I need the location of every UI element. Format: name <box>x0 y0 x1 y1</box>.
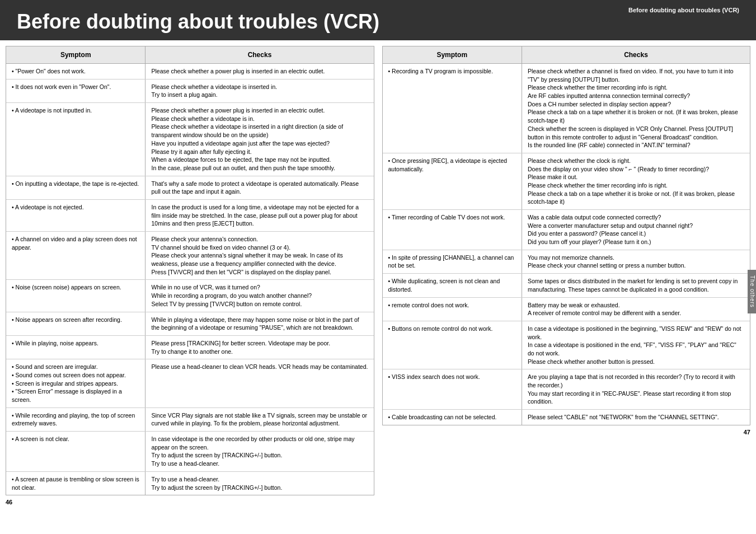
left-table-header: Symptom Checks <box>6 46 374 64</box>
right-checks-cell: In case a videotape is positioned in the… <box>522 321 750 369</box>
page-container: Before doubting about troubles (VCR) Bef… <box>0 0 756 514</box>
right-checks-cell: You may not memorize channels. Please ch… <box>522 250 750 273</box>
left-symptom-cell: • A videotape is not inputted in. <box>6 103 145 176</box>
right-table-row: • Cable broadcasting can not be selected… <box>383 410 750 425</box>
left-symptom-cell: • "Power On" does not work. <box>6 64 145 79</box>
left-symptom-cell: • Noise appears on screen after recordin… <box>6 312 145 335</box>
left-table-row: • A videotape is not ejected.In case the… <box>6 200 374 232</box>
left-symptom-cell: • Sound and screen are irregular. • Soun… <box>6 359 145 407</box>
left-checks-cell: Please press [TRACKING] for better scree… <box>145 336 373 359</box>
side-tab: The others <box>748 270 756 313</box>
left-checks-header: Checks <box>145 46 373 63</box>
right-table: Symptom Checks • Recording a TV program … <box>382 46 751 425</box>
left-checks-cell: In case the product is used for a long t… <box>145 200 373 231</box>
right-table-header: Symptom Checks <box>383 46 750 64</box>
left-table-row: • A videotape is not inputted in.Please … <box>6 103 374 176</box>
right-symptom-header: Symptom <box>383 46 522 63</box>
left-symptom-header: Symptom <box>6 46 145 63</box>
right-table-row: • VISS index search does not work.Are yo… <box>383 369 750 410</box>
right-table-row: • Once pressing [REC], a videotape is ej… <box>383 153 750 210</box>
left-table-row: • Noise appears on screen after recordin… <box>6 312 374 336</box>
left-page-number: 46 <box>6 495 374 509</box>
left-table-row: • Noise (screen noise) appears on screen… <box>6 280 374 312</box>
left-checks-cell: Please check your antenna's connection. … <box>145 232 373 279</box>
right-table-row: • remote control does not work.Battery m… <box>383 298 750 321</box>
right-symptom-cell: • remote control does not work. <box>383 298 522 321</box>
right-symptom-cell: • VISS index search does not work. <box>383 369 522 409</box>
right-symptom-cell: • Recording a TV program is impossible. <box>383 64 522 153</box>
left-checks-cell: While in playing a videotape, there may … <box>145 312 373 335</box>
left-table-row: • A channel on video and a play screen d… <box>6 232 374 280</box>
right-symptom-cell: • In spite of pressing [CHANNEL], a chan… <box>383 250 522 273</box>
left-symptom-cell: • A videotape is not ejected. <box>6 200 145 231</box>
right-table-row: • In spite of pressing [CHANNEL], a chan… <box>383 250 750 274</box>
left-table-row: • A screen is not clear.In case videotap… <box>6 432 374 472</box>
right-symptom-cell: • Once pressing [REC], a videotape is ej… <box>383 153 522 209</box>
left-table-row: • "Power On" does not work.Please check … <box>6 64 374 79</box>
right-checks-cell: Was a cable data output code connected c… <box>522 210 750 250</box>
left-checks-cell: Since VCR Play signals are not stable li… <box>145 408 373 431</box>
content-area: Symptom Checks • "Power On" does not wor… <box>0 40 756 514</box>
left-table-row: • While recording and playing, the top o… <box>6 408 374 432</box>
right-table-row: • Recording a TV program is impossible.P… <box>383 64 750 153</box>
right-page-number: 47 <box>382 425 751 439</box>
right-symptom-cell: • Cable broadcasting can not be selected… <box>383 410 522 425</box>
right-panel: Symptom Checks • Recording a TV program … <box>382 46 751 509</box>
left-table-row: • On inputting a videotape, the tape is … <box>6 176 374 200</box>
header: Before doubting about troubles (VCR) Bef… <box>0 0 756 40</box>
right-table-row: • Buttons on remote control do not work.… <box>383 321 750 369</box>
left-checks-cell: Please check whether a videotape is inse… <box>145 79 373 102</box>
left-table-body: • "Power On" does not work.Please check … <box>6 64 374 495</box>
left-symptom-cell: • On inputting a videotape, the tape is … <box>6 176 145 199</box>
right-checks-cell: Some tapes or discs distributed in the m… <box>522 274 750 297</box>
left-symptom-cell: • Noise (screen noise) appears on screen… <box>6 280 145 311</box>
right-checks-cell: Battery may be weak or exhausted. A rece… <box>522 298 750 321</box>
right-symptom-cell: • Timer recording of Cable TV does not w… <box>383 210 522 250</box>
right-checks-cell: Please select "CABLE" not "NETWORK" from… <box>522 410 750 425</box>
left-checks-cell: Please check whether a power plug is ins… <box>145 64 373 79</box>
right-symptom-cell: • While duplicating, screen is not clean… <box>383 274 522 297</box>
left-table-row: • Sound and screen are irregular. • Soun… <box>6 359 374 407</box>
right-table-body: • Recording a TV program is impossible.P… <box>383 64 750 425</box>
right-table-row: • Timer recording of Cable TV does not w… <box>383 210 750 250</box>
left-symptom-cell: • A channel on video and a play screen d… <box>6 232 145 279</box>
right-checks-header: Checks <box>522 46 750 63</box>
header-subtitle: Before doubting about troubles (VCR) <box>628 7 739 13</box>
left-table-row: • A screen at pause is trembling or slow… <box>6 472 374 495</box>
left-checks-cell: That's why a safe mode to protect a vide… <box>145 176 373 199</box>
left-symptom-cell: • It does not work even in "Power On". <box>6 79 145 102</box>
right-checks-cell: Please check whether the clock is right.… <box>522 153 750 209</box>
page-title: Before doubting about troubles (VCR) <box>17 10 379 33</box>
left-checks-cell: While in no use of VCR, was it turned on… <box>145 280 373 311</box>
left-table-row: • While in playing, noise appears.Please… <box>6 336 374 359</box>
left-symptom-cell: • While recording and playing, the top o… <box>6 408 145 431</box>
left-panel: Symptom Checks • "Power On" does not wor… <box>6 46 374 509</box>
left-checks-cell: Please check whether a power plug is ins… <box>145 103 373 176</box>
right-checks-cell: Are you playing a tape that is not recor… <box>522 369 750 409</box>
left-table: Symptom Checks • "Power On" does not wor… <box>6 46 374 495</box>
left-checks-cell: In case videotape is the one recorded by… <box>145 432 373 471</box>
right-symptom-cell: • Buttons on remote control do not work. <box>383 321 522 369</box>
left-symptom-cell: • While in playing, noise appears. <box>6 336 145 359</box>
left-checks-cell: Try to use a head-cleaner. Try to adjust… <box>145 472 373 495</box>
left-checks-cell: Please use a head-cleaner to clean VCR h… <box>145 359 373 407</box>
right-table-row: • While duplicating, screen is not clean… <box>383 274 750 297</box>
left-symptom-cell: • A screen is not clear. <box>6 432 145 471</box>
left-table-row: • It does not work even in "Power On".Pl… <box>6 79 374 103</box>
left-symptom-cell: • A screen at pause is trembling or slow… <box>6 472 145 495</box>
right-checks-cell: Please check whether a channel is fixed … <box>522 64 750 153</box>
